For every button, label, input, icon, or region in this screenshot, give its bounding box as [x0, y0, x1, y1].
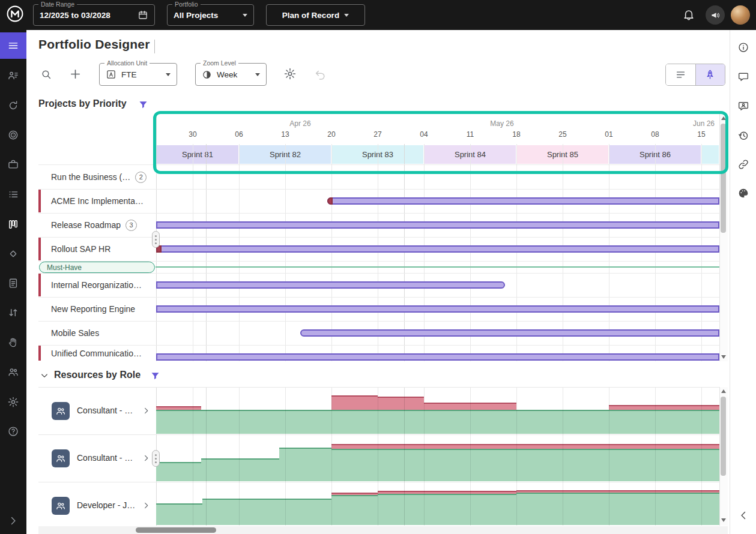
- rocket-icon: [704, 69, 716, 80]
- announcements-button[interactable]: [706, 5, 725, 25]
- gantt-bar[interactable]: [156, 305, 719, 313]
- gantt-bar[interactable]: [156, 281, 505, 289]
- gantt-bar[interactable]: [156, 221, 719, 229]
- sidebar-item-refresh[interactable]: [0, 92, 26, 119]
- sidebar-item-goals[interactable]: [0, 122, 26, 148]
- panel-item-collapse-panel[interactable]: [730, 503, 756, 527]
- panel-item-comments[interactable]: [730, 65, 756, 89]
- search-icon[interactable]: [40, 68, 52, 80]
- gantt-gridline: [701, 144, 702, 361]
- timeline-week-label: 25: [558, 130, 566, 139]
- gantt-bar[interactable]: [327, 197, 719, 205]
- resource-expand-chevron[interactable]: [142, 406, 151, 415]
- gantt-bar[interactable]: [156, 245, 719, 253]
- sidebar-item-resource-pool[interactable]: [0, 359, 26, 385]
- gantt-scroll-up-arrow[interactable]: [721, 116, 726, 120]
- top-bar: Date Range 12/2025 to 03/2028 Portfolio …: [0, 0, 756, 30]
- project-row-label[interactable]: Run the Business (…2: [51, 165, 154, 189]
- date-range-field[interactable]: Date Range 12/2025 to 03/2028: [33, 4, 155, 26]
- panel-item-info[interactable]: [730, 35, 756, 59]
- sidebar-item-milestones[interactable]: [0, 241, 26, 267]
- team-planner-icon: [7, 70, 19, 82]
- settings-gear-icon[interactable]: [283, 67, 297, 80]
- gantt-scroll-down-arrow[interactable]: [721, 355, 726, 359]
- zoom-level-select[interactable]: Zoom Level Week: [195, 63, 267, 86]
- capacity-area-green: [331, 449, 719, 481]
- capacity-area-green: [279, 448, 331, 481]
- megaphone-icon: [710, 10, 721, 20]
- grip-dots: [155, 458, 157, 460]
- plan-of-record-select[interactable]: Plan of Record: [266, 4, 365, 26]
- sprint-block[interactable]: [702, 145, 719, 164]
- resources-collapse-chevron[interactable]: [40, 371, 49, 380]
- sidebar-item-backlog[interactable]: [0, 181, 26, 208]
- projects-filter-icon[interactable]: [138, 100, 148, 110]
- resource-row-label[interactable]: Consultant - …: [77, 453, 133, 463]
- project-name: Rollout SAP HR: [51, 244, 110, 254]
- resources-scroll-up-arrow[interactable]: [721, 389, 726, 393]
- resources-splitter-handle[interactable]: [152, 450, 160, 467]
- resources-gridline: [609, 388, 609, 526]
- project-row-label[interactable]: Release Roadmap3: [51, 213, 154, 237]
- timeline-week-label: 20: [327, 130, 335, 139]
- sidebar-item-portfolio-designer[interactable]: [0, 32, 26, 59]
- panel-item-contact-support[interactable]: [730, 94, 756, 118]
- resource-row-label[interactable]: Developer - J…: [77, 500, 135, 510]
- gantt-scrollbar-thumb[interactable]: [721, 124, 726, 233]
- project-row-label[interactable]: Internal Reorganizatio…: [51, 273, 154, 297]
- project-row-label[interactable]: Mobile Sales: [51, 321, 154, 345]
- gantt-gridline: [331, 144, 332, 361]
- horizontal-scrollbar-thumb[interactable]: [136, 527, 216, 533]
- sidebar-item-pivot[interactable]: [0, 329, 26, 356]
- add-project-button[interactable]: [68, 67, 82, 81]
- sprint-block[interactable]: Sprint 81: [157, 145, 238, 164]
- project-intake-icon: [7, 158, 19, 170]
- panel-item-share-link[interactable]: [730, 152, 756, 176]
- overload-area-red: [156, 406, 201, 410]
- resource-row-label[interactable]: Consultant - …: [77, 406, 133, 415]
- capacity-area-green: [201, 458, 279, 481]
- portfolio-select[interactable]: Portfolio All Projects: [167, 4, 254, 26]
- list-view-toggle[interactable]: [666, 64, 695, 85]
- date-range-label: Date Range: [38, 1, 77, 8]
- allocation-unit-select[interactable]: Allocation Unit FTE: [99, 63, 177, 86]
- sidebar-item-expand-sidebar[interactable]: [0, 508, 26, 534]
- panel-item-theme[interactable]: [730, 181, 756, 205]
- sidebar-item-reports[interactable]: [0, 270, 26, 296]
- sidebar-item-board-view[interactable]: [0, 211, 26, 238]
- refresh-icon: [7, 100, 19, 112]
- project-row-label[interactable]: ACME Inc Implementa…: [51, 189, 154, 213]
- app-logo[interactable]: [3, 3, 27, 27]
- resources-scroll-down-arrow[interactable]: [721, 518, 726, 522]
- resource-expand-chevron[interactable]: [142, 454, 151, 463]
- notifications-bell-icon[interactable]: [682, 8, 695, 21]
- zoom-level-value: Week: [217, 70, 237, 79]
- designer-view-toggle[interactable]: [695, 64, 725, 85]
- board-view-icon: [7, 218, 19, 230]
- project-name: Release Roadmap: [51, 220, 121, 230]
- sidebar-item-team-planner[interactable]: [0, 62, 26, 89]
- gantt-gridline: [378, 144, 378, 361]
- sidebar-item-project-intake[interactable]: [0, 151, 26, 178]
- gantt-splitter-handle[interactable]: [152, 231, 160, 248]
- row-separator: [38, 387, 719, 388]
- sidebar-item-import-export[interactable]: [0, 299, 26, 326]
- chevron-down-icon: [166, 73, 171, 76]
- priority-group-pill[interactable]: Must-Have: [39, 262, 155, 273]
- resources-filter-icon[interactable]: [150, 371, 160, 381]
- zoom-level-icon: [202, 70, 212, 80]
- sidebar-item-help[interactable]: [0, 418, 26, 445]
- panel-item-history[interactable]: [730, 124, 756, 148]
- capacity-area-green: [378, 410, 424, 434]
- project-row-label[interactable]: New Reporting Engine: [51, 297, 154, 321]
- user-avatar[interactable]: [731, 5, 750, 25]
- gantt-bar[interactable]: [300, 329, 719, 337]
- project-row-label[interactable]: Rollout SAP HR: [51, 237, 154, 261]
- resource-expand-chevron[interactable]: [142, 501, 151, 510]
- gantt-bar[interactable]: [156, 353, 719, 361]
- resources-scrollbar-thumb[interactable]: [721, 397, 726, 476]
- comments-icon: [737, 71, 749, 83]
- project-row-label[interactable]: Unified Communicatio…: [51, 345, 154, 361]
- resources-gridline: [285, 388, 286, 526]
- sidebar-item-settings[interactable]: [0, 389, 26, 415]
